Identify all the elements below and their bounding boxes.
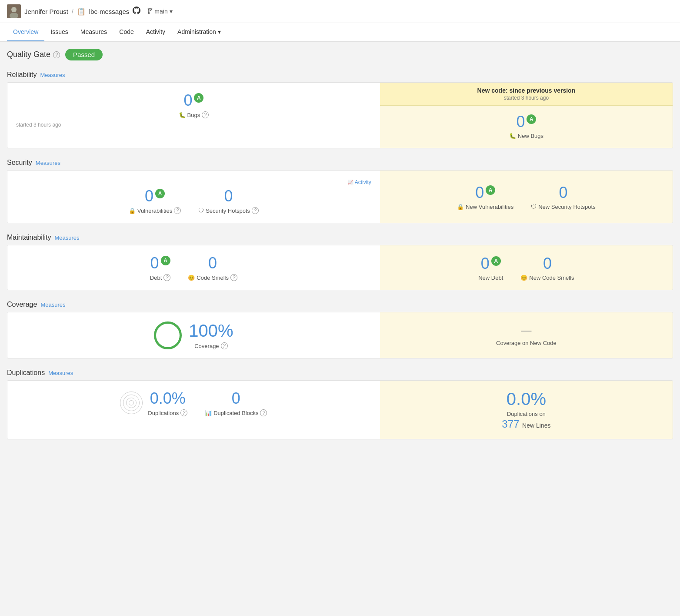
new-vuln-label: 🔒 New Vulnerabilities bbox=[457, 204, 513, 210]
reliability-columns: 0 A 🐛 Bugs ? started 3 hours ago bbox=[7, 83, 673, 148]
new-smells-value: 0 bbox=[520, 254, 574, 273]
nav-item-issues[interactable]: Issues bbox=[44, 23, 74, 41]
dup-blocks-icon: 📊 bbox=[205, 410, 212, 416]
security-columns: 📈 Activity 0 A 🔒 Vulnerabil bbox=[7, 171, 673, 223]
nav-admin-label: Administration bbox=[177, 28, 216, 35]
reliability-left-panel: 0 A 🐛 Bugs ? started 3 hours ago bbox=[7, 83, 380, 148]
duplications-right-panel: 0.0% Duplications on 377 New Lines bbox=[380, 381, 673, 439]
hotspot-label: 🛡 Security Hotspots ? bbox=[198, 207, 259, 214]
maintainability-left-panel: 0 A Debt ? 0 bbox=[7, 245, 380, 290]
coverage-value: 100% bbox=[189, 321, 233, 341]
maintainability-measures-link[interactable]: Measures bbox=[54, 234, 79, 241]
reliability-left-metrics: 0 A 🐛 Bugs ? bbox=[16, 91, 371, 118]
nav-item-code[interactable]: Code bbox=[113, 23, 140, 41]
smells-help-icon[interactable]: ? bbox=[230, 274, 237, 281]
code-smells-metric: 0 😊 Code Smells ? bbox=[188, 254, 237, 281]
debt-value: 0 A bbox=[150, 254, 170, 272]
nav-item-activity[interactable]: Activity bbox=[140, 23, 171, 41]
new-smells-metric: 0 😊 New Code Smells bbox=[520, 254, 574, 281]
dup-label: Duplications ? bbox=[148, 409, 187, 416]
reliability-section: Reliability Measures 0 A 🐛 Bugs bbox=[7, 67, 673, 148]
dup-blocks-value: 0 bbox=[205, 389, 267, 408]
duplications-metric: 0.0% Duplications ? bbox=[120, 389, 187, 416]
new-bugs-value: 0 A bbox=[509, 113, 543, 131]
reliability-measures-link[interactable]: Measures bbox=[40, 72, 65, 78]
lock-icon: 🔒 bbox=[129, 208, 136, 214]
security-header: Security Measures bbox=[7, 155, 673, 170]
maintainability-section: Maintainability Measures 0 A Debt ? bbox=[7, 230, 673, 290]
repo-name[interactable]: lbc-messages bbox=[89, 8, 130, 15]
duplications-left-panel: 0.0% Duplications ? 0 📊 Dup bbox=[7, 381, 380, 439]
maintainability-header: Maintainability Measures bbox=[7, 230, 673, 245]
dup-blocks-metric: 0 📊 Duplicated Blocks ? bbox=[205, 389, 267, 416]
hotspot-help-icon[interactable]: ? bbox=[252, 207, 259, 214]
new-vuln-metric: 0 A 🔒 New Vulnerabilities bbox=[457, 184, 513, 210]
quality-gate-help-icon[interactable]: ? bbox=[53, 51, 60, 58]
new-debt-badge: A bbox=[491, 256, 501, 266]
coverage-right-panel: — Coverage on New Code bbox=[380, 312, 673, 358]
duplications-body: 0.0% Duplications ? 0 📊 Dup bbox=[7, 380, 673, 439]
dup-value: 0.0% bbox=[148, 389, 187, 408]
new-shield-icon: 🛡 bbox=[531, 204, 537, 210]
vuln-help-icon[interactable]: ? bbox=[174, 207, 181, 214]
new-hotspot-label: 🛡 New Security Hotspots bbox=[531, 204, 596, 210]
coverage-value-block: 100% Coverage ? bbox=[189, 321, 233, 349]
debt-help-icon[interactable]: ? bbox=[163, 274, 170, 281]
dup-help-icon[interactable]: ? bbox=[180, 409, 187, 416]
quality-gate-status: Passed bbox=[65, 49, 103, 60]
bugs-metric: 0 A 🐛 Bugs ? bbox=[179, 91, 209, 118]
shield-icon: 🛡 bbox=[198, 208, 204, 214]
security-left-metrics: 0 A 🔒 Vulnerabilities ? 0 bbox=[16, 187, 371, 214]
header: Jennifer Proust / 📋 lbc-messages main ▾ bbox=[0, 0, 680, 23]
dup-blocks-label: 📊 Duplicated Blocks ? bbox=[205, 409, 267, 416]
branch-name: main bbox=[154, 8, 167, 15]
duplications-header: Duplications Measures bbox=[7, 365, 673, 380]
coverage-on-new-code: — Coverage on New Code bbox=[496, 324, 557, 346]
new-code-title: New code: since previous version bbox=[384, 87, 668, 94]
coverage-help-icon[interactable]: ? bbox=[221, 342, 228, 349]
new-lock-icon: 🔒 bbox=[457, 204, 464, 210]
security-measures-link[interactable]: Measures bbox=[36, 160, 60, 166]
new-vuln-badge: A bbox=[486, 185, 495, 195]
reliability-started: started 3 hours ago bbox=[16, 122, 371, 128]
coverage-header: Coverage Measures bbox=[7, 297, 673, 312]
duplications-measures-link[interactable]: Measures bbox=[48, 370, 73, 376]
avatar bbox=[7, 4, 21, 18]
nav-item-measures[interactable]: Measures bbox=[74, 23, 113, 41]
admin-dropdown-icon: ▾ bbox=[218, 28, 221, 35]
reliability-right-panel: New code: since previous version started… bbox=[380, 83, 673, 148]
branch-dropdown-icon: ▾ bbox=[170, 8, 173, 15]
coverage-visual: 100% Coverage ? bbox=[16, 321, 371, 349]
github-icon[interactable] bbox=[133, 7, 140, 16]
svg-point-5 bbox=[148, 12, 150, 13]
reliability-header: Reliability Measures bbox=[7, 67, 673, 82]
new-bugs-label: 🐛 New Bugs bbox=[509, 133, 543, 139]
coverage-measures-link[interactable]: Measures bbox=[40, 301, 65, 308]
dup-blocks-help-icon[interactable]: ? bbox=[260, 409, 267, 416]
activity-link-container: 📈 Activity bbox=[16, 179, 371, 185]
new-smells-label: 😊 New Code Smells bbox=[520, 275, 574, 281]
security-right-panel: 0 A 🔒 New Vulnerabilities 0 bbox=[380, 171, 673, 223]
security-left-panel: 📈 Activity 0 A 🔒 Vulnerabil bbox=[7, 171, 380, 223]
debt-label: Debt ? bbox=[150, 274, 170, 281]
bugs-value: 0 A bbox=[179, 91, 209, 110]
dup-new-value: 0.0% bbox=[502, 389, 550, 409]
nav-item-administration[interactable]: Administration ▾ bbox=[171, 23, 227, 41]
hotspot-value: 0 bbox=[198, 187, 259, 205]
branch-selector[interactable]: main ▾ bbox=[147, 8, 172, 15]
new-debt-value: 0 A bbox=[478, 254, 503, 273]
smells-icon: 😊 bbox=[188, 275, 195, 281]
bugs-label: 🐛 Bugs ? bbox=[179, 111, 209, 118]
header-username[interactable]: Jennifer Proust bbox=[24, 8, 68, 15]
new-smells-icon: 😊 bbox=[520, 275, 527, 281]
activity-link[interactable]: 📈 Activity bbox=[347, 179, 371, 185]
security-hotspots-metric: 0 🛡 Security Hotspots ? bbox=[198, 187, 259, 214]
nav-item-overview[interactable]: Overview bbox=[7, 23, 44, 41]
coverage-circle-icon bbox=[154, 321, 182, 349]
maintainability-left-metrics: 0 A Debt ? 0 bbox=[16, 254, 371, 281]
new-debt-metric: 0 A New Debt bbox=[478, 254, 503, 281]
security-section: Security Measures 📈 Activity 0 bbox=[7, 155, 673, 223]
page-content: Quality Gate ? Passed Reliability Measur… bbox=[0, 42, 680, 453]
bugs-help-icon[interactable]: ? bbox=[202, 111, 209, 118]
bug-icon: 🐛 bbox=[179, 112, 186, 118]
